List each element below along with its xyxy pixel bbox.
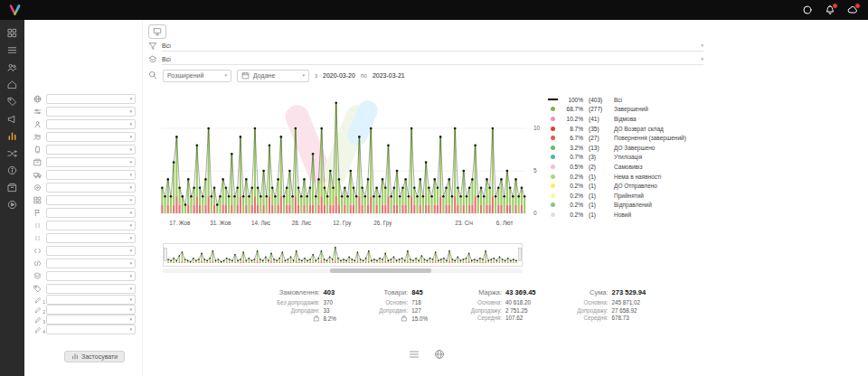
legend-dot-swatch bbox=[551, 146, 555, 150]
filter-custom-field-3-select[interactable]: ▾ bbox=[46, 315, 136, 324]
summary-sub-label: Допродані: bbox=[366, 307, 411, 314]
summary-sub-label: Середня: bbox=[552, 315, 612, 321]
legend-count: (41) bbox=[587, 116, 610, 122]
summary-sub-value: 2 751.25 bbox=[505, 307, 547, 314]
report-settings-row: Розширений ▾ Додане ▾ з 2020-03-20 по 20… bbox=[148, 70, 405, 81]
svg-text:6. Лют: 6. Лют bbox=[496, 220, 514, 226]
svg-text:23. Січ: 23. Січ bbox=[455, 220, 473, 226]
svg-text:14. Лис: 14. Лис bbox=[251, 220, 270, 226]
report-mode-select[interactable]: Розширений ▾ bbox=[163, 70, 231, 82]
filter-product-select[interactable]: ▾ bbox=[46, 157, 136, 167]
legend-percent: 0.2% bbox=[561, 202, 583, 208]
legend-percent: 0.5% bbox=[561, 164, 583, 170]
legend-label: Всі bbox=[614, 97, 622, 103]
date-to-input[interactable]: 2023-03-21 bbox=[373, 72, 405, 79]
sync-updates-icon[interactable] bbox=[846, 4, 859, 16]
legend-item[interactable]: 0.2%(1)Відправлений bbox=[548, 201, 720, 211]
app-logo[interactable] bbox=[8, 4, 22, 16]
filter-category-select[interactable]: ▾ bbox=[46, 195, 136, 205]
filter-client-group-select[interactable]: ▾ bbox=[46, 132, 136, 142]
global-filter-2-value: Всі bbox=[162, 56, 171, 62]
legend-label: Завершений bbox=[614, 106, 648, 112]
chevron-down-icon: ▾ bbox=[129, 185, 132, 190]
filter-campaign-select[interactable]: ▾ bbox=[46, 183, 136, 193]
search-icon[interactable] bbox=[148, 70, 157, 80]
nav-item-tutorials[interactable] bbox=[5, 199, 21, 210]
filter-utm-term-select[interactable]: ▾ bbox=[46, 258, 136, 268]
filter-status-select[interactable]: ▾ bbox=[46, 107, 136, 117]
filter-tag-select[interactable]: ▾ bbox=[46, 284, 136, 294]
chart-scrollbar[interactable] bbox=[163, 268, 523, 273]
summary-sub-value: 8.2% bbox=[324, 315, 361, 322]
legend-count: (277) bbox=[587, 106, 610, 112]
chevron-down-icon: ▾ bbox=[129, 109, 132, 114]
legend-item[interactable]: 10.2%(41)Відмова bbox=[548, 114, 720, 124]
summary-goods: Товари:845Основні:718Допродані:12715.0% bbox=[366, 288, 446, 324]
filter-utm-source-select[interactable]: ▾ bbox=[46, 221, 136, 230]
summary-sub-label: Допродані: bbox=[274, 307, 324, 314]
nav-item-products[interactable] bbox=[5, 96, 21, 107]
chevron-down-icon: ▾ bbox=[129, 97, 132, 101]
svg-text:{ }: { } bbox=[35, 222, 40, 228]
filter-utm-medium-select[interactable]: ▾ bbox=[46, 233, 136, 243]
nav-item-marketing[interactable] bbox=[5, 113, 21, 124]
date-field-select[interactable]: Додане ▾ bbox=[237, 70, 309, 82]
nav-item-store[interactable] bbox=[5, 79, 21, 89]
legend-item[interactable]: 6.7%(27)Повернення (завершений) bbox=[548, 133, 720, 143]
legend-item[interactable]: 68.7%(277)Завершений bbox=[548, 105, 720, 115]
apply-filters-button[interactable]: Застосувати bbox=[64, 351, 125, 362]
nav-item-integrations[interactable] bbox=[5, 147, 21, 158]
badge-dot bbox=[832, 3, 838, 9]
filter-phone-select[interactable]: ▾ bbox=[46, 145, 136, 155]
legend-label: ДО Завершено bbox=[614, 145, 655, 151]
summary-sub-value: 127 bbox=[411, 307, 446, 314]
pencil-icon: 1 bbox=[33, 296, 42, 304]
filter-delivery-select[interactable]: ▾ bbox=[46, 170, 136, 180]
nav-item-orders[interactable] bbox=[5, 44, 21, 55]
filter-utm-content-select[interactable]: ▾ bbox=[46, 271, 136, 281]
date-from-input[interactable]: 2020-03-20 bbox=[323, 72, 355, 79]
brackets-icon: [ ] bbox=[33, 234, 42, 242]
summary-margin: Маржа:43 369.45Основна:40 618.20Допродаж… bbox=[451, 288, 547, 324]
mini-brush-chart[interactable] bbox=[163, 243, 523, 267]
nav-item-clients[interactable] bbox=[5, 61, 21, 72]
date-field-value: Додане bbox=[253, 72, 275, 79]
legend-percent: 10.2% bbox=[561, 116, 583, 122]
truck-icon bbox=[33, 171, 42, 179]
nav-item-dashboard[interactable] bbox=[5, 27, 21, 38]
legend-label: Утилізація bbox=[614, 154, 642, 160]
status-circle-icon[interactable] bbox=[801, 4, 814, 16]
legend-percent: 6.7% bbox=[561, 135, 583, 141]
legend-item[interactable]: 0.2%(1)Прийнятий bbox=[548, 191, 720, 201]
legend-item[interactable]: 0.7%(3)Утилізація bbox=[548, 153, 720, 163]
filter-manager-select[interactable]: ▾ bbox=[46, 119, 136, 129]
filter-country-select[interactable]: ▾ bbox=[46, 208, 136, 218]
legend-item[interactable]: 0.2%(1)Нема в наявності bbox=[548, 172, 720, 182]
filter-custom-field-1-select[interactable]: ▾ bbox=[46, 295, 136, 305]
legend-item[interactable]: 0.2%(1)ДО Отправлено bbox=[548, 181, 720, 191]
nav-item-analytics[interactable] bbox=[5, 130, 21, 141]
notifications-icon[interactable] bbox=[824, 4, 836, 16]
filter-sidebar: ▾▾▾▾▾▾▾▾▾▾{ }▾[ ]▾▾▾▾▾1▾2▾3▾4▾ Застосува… bbox=[24, 20, 143, 376]
summary-sub-value: 27 658.92 bbox=[612, 307, 657, 314]
chevron-down-icon: ▾ bbox=[129, 122, 132, 127]
legend-item[interactable]: 100%(403)Всі bbox=[548, 95, 720, 105]
filter-custom-field-2-select[interactable]: ▾ bbox=[46, 305, 136, 315]
global-filter-1-select[interactable]: Всі ▾ bbox=[162, 40, 703, 52]
filter-custom-field-4-select[interactable]: ▾ bbox=[46, 324, 136, 334]
summary-value: 273 529.94 bbox=[612, 288, 657, 296]
filter-utm-campaign-select[interactable]: ▾ bbox=[46, 246, 136, 256]
nav-item-help[interactable] bbox=[5, 164, 21, 175]
chevron-down-icon: ▾ bbox=[701, 57, 703, 61]
nav-item-archive[interactable] bbox=[5, 182, 21, 193]
legend-item[interactable]: 0.5%(2)Самовивіз bbox=[548, 162, 720, 172]
filter-source-select[interactable]: ▾ bbox=[46, 94, 136, 104]
legend-item[interactable]: 0.2%(1)Новий bbox=[548, 210, 720, 220]
global-filter-2-select[interactable]: Всі ▾ bbox=[162, 53, 703, 65]
scrollbar-handle[interactable] bbox=[330, 268, 431, 273]
legend-count: (1) bbox=[587, 212, 610, 218]
legend-item[interactable]: 3.2%(13)ДО Завершено bbox=[548, 143, 720, 153]
legend-item[interactable]: 8.7%(35)ДО Возврат склад bbox=[548, 124, 720, 134]
geo-view-button[interactable] bbox=[432, 348, 447, 360]
table-view-button[interactable] bbox=[407, 348, 421, 360]
